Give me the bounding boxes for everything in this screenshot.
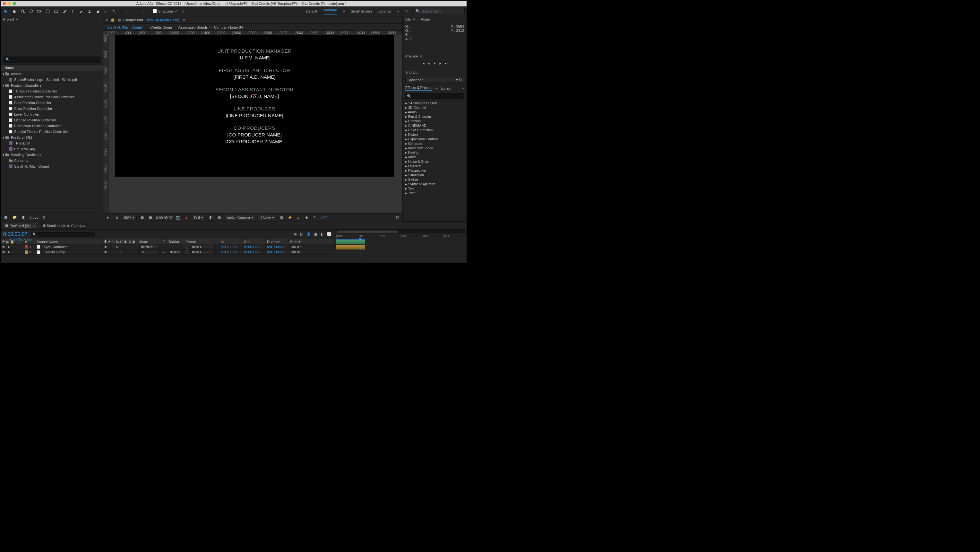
project-item[interactable]: Associated Brands Positioin Controller <box>1 94 103 100</box>
timeline-tab-menu-icon[interactable]: ≡ <box>83 224 85 228</box>
shy-icon[interactable]: 👤 <box>307 232 311 236</box>
chevron-left-icon[interactable]: ‹ <box>145 26 146 29</box>
col-trkmat[interactable]: TrkMat <box>167 239 184 244</box>
camera-tool[interactable] <box>36 8 43 15</box>
eraser-tool[interactable] <box>94 8 102 15</box>
layer-bounding-box[interactable] <box>215 181 279 192</box>
workspace-standard[interactable]: Standard <box>323 8 337 14</box>
project-item[interactable]: Crew Position Controller <box>1 106 103 112</box>
roi-icon[interactable]: ◧ <box>208 215 214 220</box>
preview-menu-icon[interactable]: ≡ <box>420 54 422 58</box>
close-window-button[interactable] <box>3 2 6 5</box>
minimize-window-button[interactable] <box>8 2 11 5</box>
timeline-search-input[interactable] <box>32 233 93 236</box>
effect-category[interactable]: ▸ Immersive Video <box>403 146 466 150</box>
frame-blend-icon[interactable]: ▦ <box>314 232 317 236</box>
show-channel-icon[interactable]: ● <box>183 215 189 220</box>
exposure-value[interactable]: +0.0 <box>321 216 328 220</box>
workspace-menu-icon[interactable]: ≡ <box>343 9 345 13</box>
workspace-libraries[interactable]: Libraries <box>378 9 391 13</box>
effect-category[interactable]: ▸ Synthetic Aperture <box>403 182 466 186</box>
workspace-overflow-icon[interactable]: » <box>397 9 399 13</box>
resolution-select[interactable]: Full▾ <box>192 215 205 220</box>
col-t[interactable]: T <box>162 239 167 244</box>
fast-preview-icon[interactable]: ⚡ <box>287 215 293 220</box>
project-item[interactable]: Contents <box>1 158 103 163</box>
comp-mini-flowchart-icon[interactable]: ⊕ <box>294 232 297 236</box>
col-stretch[interactable]: Stretch <box>289 239 308 244</box>
project-name-header[interactable]: Name <box>1 65 103 71</box>
info-menu-icon[interactable]: ≡ <box>413 18 415 21</box>
preview-panel-tab[interactable]: Preview ≡ <box>403 53 466 59</box>
project-item[interactable]: License Position Controller <box>1 117 103 123</box>
timeline-tab-1[interactable]: ▦ Scroll 4k (Main Comp) ≡ <box>40 223 88 229</box>
sync-settings-icon[interactable]: ⟲ <box>405 9 407 13</box>
snap-to-edges-icon[interactable]: ⊡ <box>181 9 184 13</box>
magnification-icon[interactable]: 🖥 <box>114 215 119 220</box>
project-item[interactable]: _PreScroll <box>1 140 103 146</box>
effect-category[interactable]: ▸ Matte <box>403 155 466 159</box>
puppet-pin-tool[interactable] <box>111 8 118 15</box>
crumb-1[interactable]: _Credits Comp <box>147 25 173 30</box>
timeline-track-area[interactable] <box>334 239 466 257</box>
project-item[interactable]: Special Thanks Position Controller <box>1 129 103 134</box>
project-item[interactable]: ▾Position Controllers <box>1 83 103 88</box>
shortcut-select[interactable]: Spacebar▾ ↻ <box>405 77 464 83</box>
effect-category[interactable]: ▸ Text <box>403 186 466 191</box>
layer-row[interactable]: 👁 ▸ 2_Credits Comp✱＼▢- ▾-None ▾ None ▾0:… <box>1 249 334 255</box>
col-duration[interactable]: Duration <box>266 239 289 244</box>
chevron-left-icon[interactable]: ‹ <box>210 26 212 29</box>
effects-menu-icon[interactable]: ≡ <box>436 86 438 90</box>
view-axis-icon[interactable] <box>140 8 147 15</box>
effect-category[interactable]: ▸ Perspective <box>403 168 466 173</box>
effect-category[interactable]: ▸ Blur & Sharpen <box>403 114 466 119</box>
viewer-timecode[interactable]: 0:00:05:07 <box>156 216 173 220</box>
effect-category[interactable]: ▸ Channel <box>403 119 466 123</box>
effects-list[interactable]: ▸ * Animation Presets▸ 3D Channel▸ Audio… <box>403 100 466 221</box>
type-tool[interactable]: T <box>69 8 76 15</box>
camera-select[interactable]: Active Camera▾ <box>224 215 255 220</box>
timeline-search[interactable] <box>31 232 95 237</box>
effects-presets-tab[interactable]: Effects & Presets <box>405 86 432 91</box>
timeline-tab-0[interactable]: ▦ PreScroll [4k] × <box>3 223 38 229</box>
composition-canvas[interactable]: UNIT PRODUCTION MANAGER[U.P.M. NAME]FIRS… <box>115 35 394 177</box>
workspace-small-screen[interactable]: Small Screen <box>351 9 372 13</box>
effect-category[interactable]: ▸ Expression Controls <box>403 137 466 141</box>
effect-category[interactable]: ▸ Color Correction <box>403 128 466 132</box>
effects-overflow-icon[interactable]: » <box>462 86 464 90</box>
first-frame-button[interactable]: |◂ <box>422 61 425 65</box>
layer-bar-2[interactable] <box>336 245 365 249</box>
project-search-input[interactable] <box>10 58 98 62</box>
snapping-icon[interactable]: ⤢ <box>175 9 177 13</box>
graph-editor-icon[interactable]: 📈 <box>327 232 331 236</box>
col-mode[interactable]: Mode <box>138 239 162 244</box>
effect-category[interactable]: ▸ Distort <box>403 132 466 137</box>
reset-exposure-icon[interactable]: ↻ <box>312 215 318 220</box>
effect-category[interactable]: ▸ Obsolete <box>403 164 466 168</box>
effect-category[interactable]: ▸ Keying <box>403 150 466 155</box>
trash-icon[interactable]: 🗑 <box>41 214 47 220</box>
project-item[interactable]: ▾Assets <box>1 71 103 77</box>
effect-category[interactable]: ▸ Noise & Grain <box>403 159 466 164</box>
always-preview-icon[interactable]: ▸ <box>105 215 111 220</box>
effect-category[interactable]: ▸ CINEMA 4D <box>403 123 466 128</box>
close-tab-icon[interactable]: × <box>33 224 35 228</box>
selection-tool[interactable] <box>3 8 10 15</box>
rotate-tool[interactable] <box>28 8 35 15</box>
project-search[interactable]: 🔍 <box>3 56 100 62</box>
project-panel-tab[interactable]: Project ≡ <box>1 16 103 22</box>
snapping-checkbox[interactable] <box>153 9 157 13</box>
effect-category[interactable]: ▸ Time <box>403 191 466 195</box>
composition-viewer[interactable]: 2004006008001000120014001600180020002200… <box>103 31 402 213</box>
draft-3d-icon[interactable]: ◫ <box>300 232 303 236</box>
col-out[interactable]: Out <box>243 239 266 244</box>
search-help-field[interactable]: 🔍 <box>413 8 465 14</box>
project-tree[interactable]: ▾AssetsStudioBinder Logo - Stacked - Whi… <box>1 71 103 212</box>
libraries-tab[interactable]: Librari <box>441 86 451 90</box>
layer-row[interactable]: 👁 ▸ 1Layer Controller✱＼fx▢Normal ▾ None … <box>1 244 334 249</box>
safe-zones-icon[interactable]: ⊞ <box>139 215 145 220</box>
hand-tool[interactable] <box>11 8 18 15</box>
project-panel-menu-icon[interactable]: ≡ <box>16 18 18 21</box>
pen-tool[interactable] <box>61 8 68 15</box>
composition-name-link[interactable]: Scroll 4k (Main Comp) <box>146 18 181 22</box>
